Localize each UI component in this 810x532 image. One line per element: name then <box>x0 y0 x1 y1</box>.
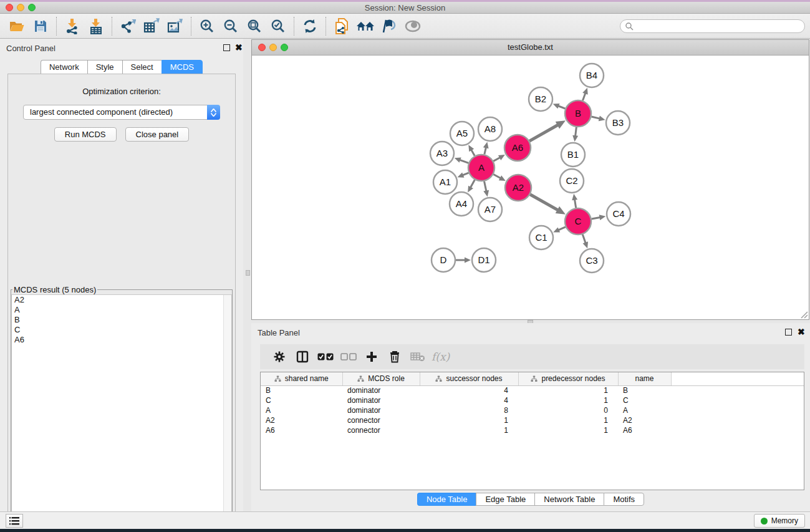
column-header-MCDS-role[interactable]: MCDS role <box>342 372 420 385</box>
memory-button[interactable]: Memory <box>754 514 805 528</box>
column-header-shared-name[interactable]: shared name <box>261 372 342 385</box>
open-file-icon[interactable] <box>5 16 29 37</box>
edge-A6-B[interactable] <box>529 125 558 141</box>
save-session-icon[interactable] <box>29 16 52 37</box>
table-cell[interactable]: B <box>261 385 342 395</box>
result-item[interactable]: A <box>12 305 231 315</box>
window-resize-grip[interactable] <box>799 310 808 319</box>
search-box[interactable] <box>620 19 805 33</box>
import-network-icon[interactable] <box>60 16 84 37</box>
close-traffic-light[interactable] <box>258 44 266 51</box>
float-panel-icon[interactable] <box>223 44 230 51</box>
criterion-select[interactable]: largest connected component (directed) <box>23 105 220 120</box>
refresh-icon[interactable] <box>298 16 322 37</box>
edge-C-C4[interactable] <box>592 217 600 219</box>
table-cell[interactable]: C <box>261 395 342 405</box>
minimize-traffic-light[interactable] <box>269 44 277 51</box>
delete-column-icon[interactable] <box>383 347 406 367</box>
table-row[interactable]: Bdominator41B <box>261 385 804 395</box>
close-traffic-light[interactable] <box>6 4 13 11</box>
table-cell[interactable]: 8 <box>420 405 518 415</box>
tab-edge-table[interactable]: Edge Table <box>476 493 534 506</box>
close-panel-icon[interactable]: ✖ <box>235 43 243 52</box>
edge-A-A2[interactable] <box>493 174 501 178</box>
table-row[interactable]: Cdominator41C <box>261 395 804 405</box>
table-cell[interactable]: A <box>261 405 342 415</box>
node-table[interactable]: shared nameMCDS rolesuccessor nodesprede… <box>261 372 804 435</box>
import-table-icon[interactable] <box>84 16 108 37</box>
new-session-icon[interactable] <box>330 16 354 37</box>
tab-node-table[interactable]: Node Table <box>417 493 476 506</box>
edge-C-C3[interactable] <box>582 235 586 243</box>
add-column-icon[interactable] <box>360 347 383 367</box>
edge-B-B1[interactable] <box>576 127 577 136</box>
table-cell[interactable]: 1 <box>518 425 618 435</box>
export-network-icon[interactable] <box>116 16 140 37</box>
result-item[interactable]: A6 <box>12 335 231 345</box>
table-cell[interactable]: C <box>618 395 671 405</box>
table-cell[interactable]: A6 <box>618 425 671 435</box>
result-item[interactable]: B <box>12 315 231 325</box>
column-header-predecessor-nodes[interactable]: predecessor nodes <box>518 372 618 385</box>
deselect-all-icon[interactable] <box>337 347 360 367</box>
edge-B-B4[interactable] <box>582 93 585 100</box>
edge-A2-C[interactable] <box>530 195 558 210</box>
table-cell[interactable]: 4 <box>420 395 518 405</box>
edge-B-B2[interactable] <box>558 106 565 109</box>
close-panel-icon[interactable]: ✖ <box>798 327 805 336</box>
run-mcds-button[interactable]: Run MCDS <box>54 127 117 142</box>
table-cell[interactable]: 4 <box>420 385 518 395</box>
table-cell[interactable]: 1 <box>420 425 518 435</box>
tab-network[interactable]: Network <box>41 60 87 74</box>
tab-select[interactable]: Select <box>122 60 162 74</box>
table-cell[interactable]: 1 <box>518 395 618 405</box>
table-row[interactable]: A2connector11A2 <box>261 415 804 425</box>
zoom-fit-icon[interactable] <box>243 16 266 37</box>
tab-motifs[interactable]: Motifs <box>604 493 644 506</box>
table-cell[interactable]: 0 <box>518 405 618 415</box>
edge-A-A3[interactable] <box>460 160 468 163</box>
tab-network-table[interactable]: Network Table <box>534 493 604 506</box>
zoom-selected-icon[interactable] <box>266 16 290 37</box>
edge-A-A1[interactable] <box>463 173 469 175</box>
table-row[interactable]: A6connector11A6 <box>261 425 804 435</box>
edge-A-A5[interactable] <box>471 150 475 156</box>
table-cell[interactable]: A6 <box>261 425 342 435</box>
select-all-icon[interactable] <box>314 347 337 367</box>
table-cell[interactable]: connector <box>342 415 420 425</box>
result-item[interactable]: A2 <box>12 295 231 305</box>
edge-A-A6[interactable] <box>493 157 500 161</box>
edge-A-A8[interactable] <box>485 147 486 154</box>
column-header-name[interactable]: name <box>618 372 671 385</box>
table-cell[interactable]: 1 <box>518 415 618 425</box>
list-menu-button[interactable] <box>6 514 23 528</box>
table-cell[interactable]: connector <box>342 425 420 435</box>
table-cell[interactable]: A2 <box>618 415 671 425</box>
tab-style[interactable]: Style <box>87 60 122 74</box>
tab-mcds[interactable]: MCDS <box>162 60 203 74</box>
network-canvas[interactable]: AA1A2A3A4A5A6A7A8BB1B2B3B4CC1C2C3C4DD1 <box>252 56 809 319</box>
edge-C-C1[interactable] <box>558 227 565 230</box>
mcds-result-list[interactable]: A2ABCA6 <box>11 294 232 531</box>
vertical-splitter-grip[interactable] <box>246 270 250 276</box>
split-columns-icon[interactable] <box>291 347 314 367</box>
float-panel-icon[interactable] <box>785 329 792 336</box>
network-window-titlebar[interactable]: testGlobe.txt <box>252 40 809 56</box>
export-table-icon[interactable] <box>140 16 163 37</box>
table-cell[interactable]: 1 <box>518 385 618 395</box>
close-panel-button[interactable]: Close panel <box>125 127 190 142</box>
column-header-successor-nodes[interactable]: successor nodes <box>420 372 518 385</box>
maximize-traffic-light[interactable] <box>281 44 288 51</box>
minimize-traffic-light[interactable] <box>17 4 24 11</box>
table-cell[interactable]: dominator <box>342 405 420 415</box>
table-cell[interactable]: dominator <box>342 385 420 395</box>
table-cell[interactable]: A2 <box>261 415 342 425</box>
edge-B-B3[interactable] <box>591 117 599 118</box>
table-cell[interactable]: 1 <box>420 415 518 425</box>
home-icon[interactable] <box>354 16 377 37</box>
search-input[interactable] <box>634 21 804 32</box>
table-cell[interactable]: B <box>618 385 671 395</box>
edge-C-C2[interactable] <box>575 200 576 208</box>
network-graph[interactable]: AA1A2A3A4A5A6A7A8BB1B2B3B4CC1C2C3C4DD1 <box>252 56 809 319</box>
edge-A-A7[interactable] <box>484 181 486 191</box>
